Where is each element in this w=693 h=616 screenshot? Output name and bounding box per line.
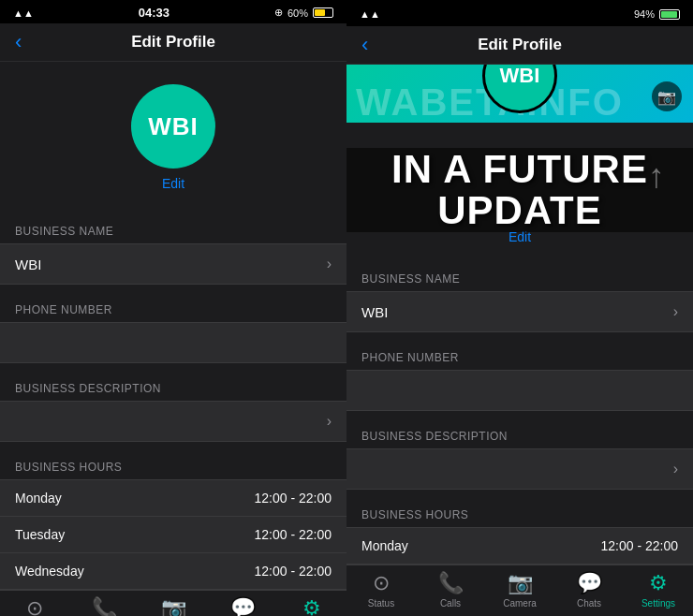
left-hours-day-2: Tuesday bbox=[15, 527, 65, 542]
left-hours-day-3: Wednesday bbox=[15, 564, 84, 579]
right-cover-avatar-initials: WBI bbox=[500, 65, 540, 88]
right-camera-tab-icon: 📷 bbox=[508, 571, 533, 595]
left-tab-status[interactable]: ⊙ Status bbox=[0, 596, 69, 616]
left-hours-time-1: 12:00 - 22:00 bbox=[254, 491, 332, 506]
right-time: 19:07 bbox=[488, 6, 525, 22]
right-status-label: Status bbox=[368, 598, 394, 609]
right-status-icon: ⊙ bbox=[373, 571, 390, 595]
left-status-bar: ▲▲ 04:33 ⊕ 60% bbox=[0, 0, 346, 23]
left-tab-bar: ⊙ Status 📞 Calls 📷 Camera 💬 Chats ⚙ Sett… bbox=[0, 590, 346, 616]
right-desc-label: BUSINESS DESCRIPTION bbox=[346, 430, 693, 448]
camera-icon: 📷 bbox=[657, 88, 676, 106]
left-desc-section: BUSINESS DESCRIPTION › bbox=[0, 382, 346, 442]
right-cover-area: WABETAINFO WBI 📷 bbox=[346, 65, 693, 123]
right-camera-label: Camera bbox=[503, 598, 537, 609]
left-avatar: WBI bbox=[131, 84, 215, 169]
right-tab-bar: ⊙ Status 📞 Calls 📷 Camera 💬 Chats ⚙ Sett… bbox=[346, 565, 693, 616]
right-business-name-row[interactable]: WBI › bbox=[346, 291, 693, 332]
right-business-name-chevron: › bbox=[673, 303, 678, 320]
left-business-name-chevron: › bbox=[327, 256, 332, 272]
right-chats-icon: 💬 bbox=[577, 571, 602, 595]
right-wifi-icon: ▲▲ bbox=[360, 8, 380, 20]
right-header: ‹ Edit Profile bbox=[346, 26, 693, 65]
left-tab-chats[interactable]: 💬 Chats bbox=[208, 596, 277, 616]
left-time: 04:33 bbox=[139, 6, 170, 20]
left-hours-label: BUSINESS HOURS bbox=[0, 461, 346, 479]
left-panel: ▲▲ 04:33 ⊕ 60% ‹ Edit Profile WBI Edit B… bbox=[0, 0, 346, 616]
right-hours-label: BUSINESS HOURS bbox=[346, 508, 693, 527]
left-desc-label: BUSINESS DESCRIPTION bbox=[0, 382, 346, 401]
right-signal-icons: ▲▲ bbox=[360, 8, 380, 20]
left-hours-time-3: 12:00 - 22:00 bbox=[254, 564, 332, 579]
left-hours-tuesday: Tuesday 12:00 - 22:00 bbox=[0, 516, 346, 552]
right-business-name-label: BUSINESS NAME bbox=[346, 272, 693, 291]
right-calls-icon: 📞 bbox=[438, 571, 464, 595]
right-desc-row[interactable]: › bbox=[346, 448, 693, 490]
left-tab-calls[interactable]: 📞 Calls bbox=[69, 596, 139, 616]
right-desc-chevron: › bbox=[673, 461, 678, 477]
right-business-name-value: WBI bbox=[361, 304, 388, 320]
right-phone-row[interactable] bbox=[346, 370, 693, 411]
right-tab-status[interactable]: ⊙ Status bbox=[346, 571, 416, 609]
wifi-icon: ▲▲ bbox=[13, 7, 34, 19]
left-chats-icon: 💬 bbox=[230, 596, 256, 616]
left-hours-section: BUSINESS HOURS Monday 12:00 - 22:00 Tues… bbox=[0, 461, 346, 590]
left-business-name-label: BUSINESS NAME bbox=[0, 225, 346, 243]
left-back-button[interactable]: ‹ bbox=[15, 30, 22, 54]
left-phone-row[interactable] bbox=[0, 322, 346, 363]
left-hours-wednesday: Wednesday 12:00 - 22:00 bbox=[0, 552, 346, 590]
battery-pct-text: 60% bbox=[288, 7, 308, 19]
right-settings-label: Settings bbox=[641, 598, 675, 609]
left-calls-icon: 📞 bbox=[92, 596, 117, 616]
left-header-title: Edit Profile bbox=[131, 33, 215, 51]
right-back-button[interactable]: ‹ bbox=[361, 33, 368, 57]
left-camera-icon: 📷 bbox=[161, 596, 186, 616]
left-header: ‹ Edit Profile bbox=[0, 23, 346, 62]
left-status-icon: ⊙ bbox=[26, 596, 43, 616]
left-desc-chevron: › bbox=[327, 413, 332, 430]
right-phone-section: PHONE NUMBER bbox=[346, 351, 693, 411]
battery-icon bbox=[313, 7, 333, 18]
left-edit-link[interactable]: Edit bbox=[162, 176, 184, 191]
left-desc-row[interactable]: › bbox=[0, 401, 346, 442]
right-status-bar: ▲▲ 19:07 94% bbox=[346, 0, 693, 26]
right-hours-time-1: 12:00 - 22:00 bbox=[600, 538, 678, 553]
right-battery-icon bbox=[659, 9, 680, 20]
right-camera-button[interactable]: 📷 bbox=[652, 81, 682, 111]
future-update-text: IN A FUTURE UPDATE bbox=[391, 149, 648, 231]
left-tab-camera[interactable]: 📷 Camera bbox=[139, 596, 208, 616]
left-business-name-value: WBI bbox=[15, 257, 41, 272]
right-hours-day-1: Monday bbox=[361, 538, 408, 553]
left-phone-label: PHONE NUMBER bbox=[0, 303, 346, 322]
right-battery-area: 94% bbox=[634, 8, 680, 20]
future-update-line1: IN A FUTURE bbox=[391, 147, 648, 191]
right-phone-label: PHONE NUMBER bbox=[346, 351, 693, 370]
right-tab-settings[interactable]: ⚙ Settings bbox=[624, 571, 693, 609]
future-update-line2: UPDATE bbox=[437, 188, 602, 232]
left-business-name-row[interactable]: WBI › bbox=[0, 243, 346, 285]
right-business-name-section: BUSINESS NAME WBI › bbox=[346, 272, 693, 332]
left-avatar-initials: WBI bbox=[148, 112, 199, 141]
left-tab-settings[interactable]: ⚙ Settings bbox=[277, 596, 346, 616]
left-signal-icons: ▲▲ bbox=[13, 7, 34, 19]
right-chats-label: Chats bbox=[577, 598, 601, 609]
right-panel: ▲▲ 19:07 94% ‹ Edit Profile WABETAINFO W… bbox=[346, 0, 693, 616]
right-tab-camera[interactable]: 📷 Camera bbox=[485, 571, 554, 609]
right-tab-calls[interactable]: 📞 Calls bbox=[416, 571, 485, 609]
right-calls-label: Calls bbox=[440, 598, 461, 609]
left-hours-monday: Monday 12:00 - 22:00 bbox=[0, 479, 346, 516]
right-tab-chats[interactable]: 💬 Chats bbox=[554, 571, 624, 609]
left-phone-section: PHONE NUMBER bbox=[0, 303, 346, 363]
right-hours-section: BUSINESS HOURS Monday 12:00 - 22:00 bbox=[346, 508, 693, 565]
left-hours-time-2: 12:00 - 22:00 bbox=[254, 527, 332, 542]
left-battery-area: ⊕ 60% bbox=[274, 7, 333, 19]
right-hours-monday: Monday 12:00 - 22:00 bbox=[346, 527, 693, 565]
future-update-overlay: IN A FUTURE UPDATE bbox=[346, 148, 693, 232]
left-business-name-section: BUSINESS NAME WBI › bbox=[0, 225, 346, 285]
right-battery-pct: 94% bbox=[634, 8, 655, 20]
left-settings-icon: ⚙ bbox=[302, 596, 321, 616]
right-desc-section: BUSINESS DESCRIPTION › bbox=[346, 430, 693, 490]
right-header-title: Edit Profile bbox=[478, 36, 562, 54]
location-icon: ⊕ bbox=[274, 7, 283, 19]
left-hours-day-1: Monday bbox=[15, 491, 62, 506]
